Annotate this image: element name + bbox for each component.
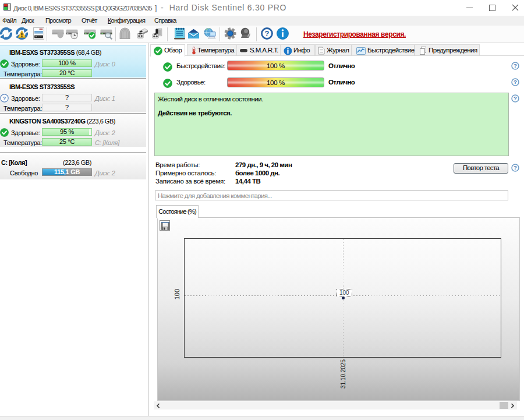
svg-text:?: ? [514,79,517,85]
svg-text:?: ? [3,95,6,101]
svg-text:?: ? [264,29,269,38]
svg-text:?: ? [514,62,517,69]
svg-text:?: ? [514,95,517,101]
svg-text:?: ? [514,164,517,171]
